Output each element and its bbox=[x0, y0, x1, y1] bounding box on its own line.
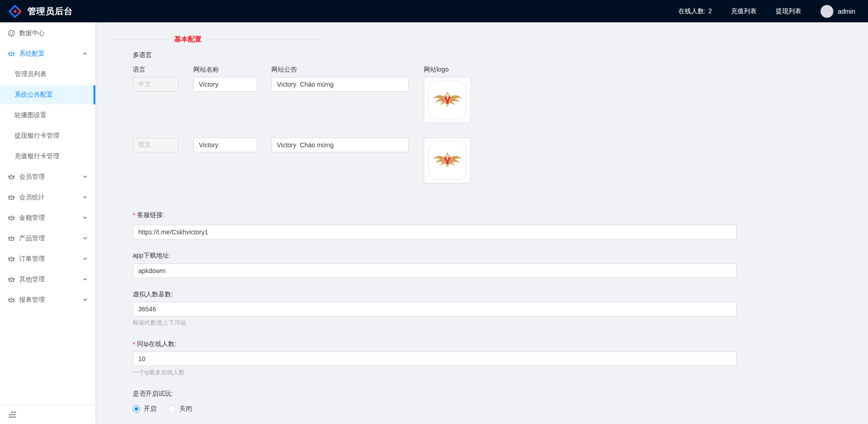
sidebar-item-data-center[interactable]: 数据中心 bbox=[0, 24, 95, 43]
radio-selected-icon bbox=[133, 405, 140, 413]
user-menu[interactable]: admin bbox=[821, 5, 855, 18]
same-ip-label: * 同Ip在线人数: bbox=[133, 340, 868, 348]
chevron-up-icon bbox=[83, 50, 88, 57]
col-site-name: 网站名称 bbox=[193, 66, 257, 74]
trial-label: 是否开启试玩: bbox=[133, 390, 868, 398]
virtual-users-hint: 根据此数值上下浮动 bbox=[133, 319, 868, 327]
sidebar-item-label: 数据中心 bbox=[19, 29, 45, 37]
smiley-icon bbox=[8, 30, 16, 37]
col-language: 语言 bbox=[133, 66, 178, 74]
sidebar-subitem-system-public-config[interactable]: 系统公共配置 bbox=[0, 85, 95, 104]
sidebar-item-system-config[interactable]: 系统配置 bbox=[0, 44, 95, 63]
sidebar-item-order-management[interactable]: 订单管理 bbox=[0, 249, 95, 269]
sidebar-item-label: 系统配置 bbox=[19, 50, 45, 58]
same-ip-input[interactable] bbox=[133, 352, 737, 366]
avatar[interactable] bbox=[821, 5, 833, 18]
multilang-row-zh: victory bbox=[133, 77, 868, 123]
app-logo-diamond-icon bbox=[8, 5, 22, 18]
chevron-down-icon bbox=[83, 173, 88, 181]
crown-icon bbox=[8, 235, 16, 243]
top-header: 管理员后台 在线人数:2 充值列表 提现列表 admin bbox=[0, 0, 868, 22]
sidebar-item-member-management[interactable]: 会员管理 bbox=[0, 167, 95, 186]
trial-radio-group: 开启 关闭 bbox=[133, 405, 868, 413]
site-logo-upload-en[interactable]: victory bbox=[424, 138, 471, 183]
sidebar-item-product-management[interactable]: 产品管理 bbox=[0, 229, 95, 248]
service-link-input[interactable] bbox=[133, 225, 737, 239]
sidebar-subitem-recharge-bankcard[interactable]: 充值银行卡管理 bbox=[0, 147, 95, 166]
withdraw-list-link[interactable]: 提现列表 bbox=[776, 7, 801, 16]
sidebar-item-amount-management[interactable]: 金额管理 bbox=[0, 208, 95, 228]
announcement-input-zh[interactable] bbox=[271, 77, 409, 92]
crown-icon bbox=[8, 296, 16, 304]
crown-icon bbox=[8, 173, 16, 181]
victory-logo-image: victory bbox=[429, 142, 466, 179]
radio-unselected-icon bbox=[168, 405, 176, 413]
chevron-down-icon bbox=[83, 214, 88, 222]
crown-icon bbox=[8, 255, 16, 263]
crown-icon bbox=[8, 194, 16, 202]
virtual-users-label: 虚拟人数基数: bbox=[133, 290, 868, 299]
language-input-en bbox=[133, 138, 178, 152]
col-announcement: 网站公告 bbox=[271, 66, 409, 74]
sidebar-subitem-carousel-settings[interactable]: 轮播图设置 bbox=[0, 106, 95, 125]
multilang-column-headers: 语言 网站名称 网站公告 网站logo bbox=[133, 66, 868, 74]
service-link-label: * 客服链接: bbox=[133, 211, 868, 219]
multilang-title: 多语言 bbox=[133, 51, 868, 59]
victory-logo-image: victory bbox=[429, 82, 466, 118]
col-site-logo: 网站logo bbox=[424, 66, 448, 74]
required-mark: * bbox=[133, 212, 135, 219]
required-mark: * bbox=[133, 341, 135, 348]
crown-icon bbox=[8, 50, 16, 58]
sidebar-collapse-toggle[interactable] bbox=[0, 405, 95, 424]
section-title: 基本配置 bbox=[174, 35, 202, 44]
page-title: 管理员后台 bbox=[27, 5, 73, 17]
sidebar-subitem-admin-list[interactable]: 管理员列表 bbox=[0, 65, 95, 84]
trial-off-radio[interactable]: 关闭 bbox=[168, 405, 192, 413]
crown-icon bbox=[8, 276, 16, 284]
same-ip-hint: 一个ip最多在线人数 bbox=[133, 368, 868, 377]
multilang-row-en: victory bbox=[133, 138, 868, 183]
chevron-down-icon bbox=[83, 235, 88, 242]
virtual-users-input[interactable] bbox=[133, 302, 737, 316]
site-name-input-en[interactable] bbox=[193, 138, 257, 152]
sidebar-item-member-statistics[interactable]: 会员统计 bbox=[0, 188, 95, 207]
site-logo-upload-zh[interactable]: victory bbox=[424, 77, 471, 123]
recharge-list-link[interactable]: 充值列表 bbox=[731, 7, 757, 16]
chevron-down-icon bbox=[83, 296, 88, 304]
sidebar-item-report-management[interactable]: 报表管理 bbox=[0, 290, 95, 310]
brand: 管理员后台 bbox=[8, 5, 73, 18]
app-download-input[interactable] bbox=[133, 264, 737, 278]
trial-on-radio[interactable]: 开启 bbox=[133, 405, 156, 413]
chevron-down-icon bbox=[83, 255, 88, 263]
sidebar-subitem-withdraw-bankcard[interactable]: 提现银行卡管理 bbox=[0, 126, 95, 145]
chevron-down-icon bbox=[83, 276, 88, 283]
username: admin bbox=[838, 8, 855, 15]
menu-fold-icon bbox=[8, 411, 16, 418]
crown-icon bbox=[8, 214, 16, 222]
app-download-label: app下载地址: bbox=[133, 252, 868, 260]
online-count: 在线人数:2 bbox=[678, 7, 712, 16]
sidebar-item-other-management[interactable]: 其他管理 bbox=[0, 270, 95, 289]
section-divider: 基本配置 bbox=[114, 35, 868, 44]
main-content: 基本配置 多语言 语言 网站名称 网站公告 网站logo bbox=[95, 22, 868, 424]
chevron-down-icon bbox=[83, 194, 88, 201]
language-input-zh bbox=[133, 77, 178, 92]
site-name-input-zh[interactable] bbox=[193, 77, 257, 92]
sidebar: 数据中心 系统配置 管理员列表 系统公共配置 轮播图设置 提 bbox=[0, 22, 95, 424]
announcement-input-en[interactable] bbox=[271, 138, 409, 152]
